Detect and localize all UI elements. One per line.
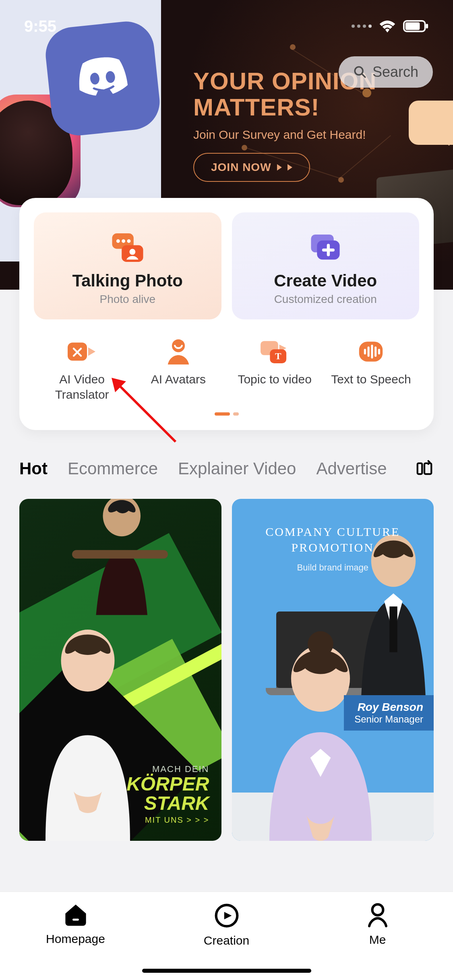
gym-mit: MIT UNS > > >	[126, 815, 209, 825]
nav-label: Homepage	[46, 932, 105, 946]
status-bar: 9:55	[0, 12, 453, 40]
speech-bubble-deco	[409, 101, 453, 145]
gym-text-block: MACH DEIN KÖRPER STARK MIT UNS > > >	[126, 764, 209, 825]
svg-point-10	[129, 249, 135, 255]
nav-creation[interactable]: Creation	[151, 892, 302, 980]
svg-point-7	[122, 239, 125, 243]
nav-me[interactable]: Me	[302, 892, 453, 980]
discord-icon	[66, 49, 140, 108]
join-now-label: JOIN NOW	[211, 161, 271, 174]
search-icon	[353, 65, 367, 79]
wifi-icon	[379, 20, 396, 33]
person-name: Roy Benson	[354, 701, 423, 714]
svg-point-16	[172, 339, 185, 352]
svg-rect-29	[424, 463, 431, 474]
svg-rect-2	[426, 24, 428, 28]
talking-photo-tile[interactable]: Talking Photo Photo alive	[34, 212, 221, 319]
woman-art	[256, 624, 385, 841]
gym-line2: STARK	[126, 794, 209, 813]
svg-rect-37	[72, 919, 79, 921]
creation-icon	[214, 903, 239, 930]
search-input[interactable]: Search	[339, 56, 433, 88]
avatar-icon	[130, 336, 226, 368]
home-icon	[63, 903, 89, 928]
banner-title-l2: MATTERS!	[193, 94, 320, 121]
create-video-title: Create Video	[240, 271, 412, 290]
svg-rect-31	[72, 550, 168, 558]
text-to-speech-tile[interactable]: Text to Speech	[323, 336, 419, 402]
user-icon	[366, 903, 389, 929]
nav-label: Creation	[204, 934, 249, 947]
gym-line1: KÖRPER	[126, 774, 209, 794]
svg-rect-1	[405, 23, 420, 30]
svg-text:T: T	[275, 351, 281, 361]
talking-photo-sub: Photo alive	[42, 293, 213, 306]
layout-toggle-icon[interactable]	[415, 459, 434, 479]
athlete-art	[68, 499, 172, 624]
tile-label: Topic to video	[227, 372, 323, 387]
svg-rect-28	[418, 463, 422, 474]
home-indicator	[142, 969, 311, 973]
join-now-button[interactable]: JOIN NOW	[193, 153, 310, 182]
svg-rect-33	[389, 607, 397, 653]
translate-icon	[34, 336, 130, 368]
bottom-nav: Homepage Creation Me	[0, 891, 453, 980]
quick-actions-card: Talking Photo Photo alive Create Video C…	[19, 198, 434, 430]
corp-title: COMPANY CULTUREPROMOTION	[232, 524, 434, 555]
person-role: Senior Manager	[354, 714, 423, 725]
topic-icon: T	[227, 336, 323, 368]
ai-avatars-tile[interactable]: AI Avatars	[130, 336, 226, 402]
play-icon	[277, 164, 282, 171]
create-video-sub: Customized creation	[240, 293, 412, 306]
search-placeholder: Search	[372, 64, 418, 80]
tile-label: AI Avatars	[130, 372, 226, 387]
template-card-gym[interactable]: MACH DEIN KÖRPER STARK MIT UNS > > >	[19, 499, 221, 841]
create-video-tile[interactable]: Create Video Customized creation	[232, 212, 420, 319]
ai-video-translator-tile[interactable]: AI VideoTranslator	[34, 336, 130, 402]
talking-photo-title: Talking Photo	[42, 271, 213, 290]
talking-photo-icon	[42, 231, 213, 266]
svg-point-39	[372, 904, 383, 915]
tab-explainer[interactable]: Explainer Video	[178, 459, 296, 478]
topic-to-video-tile[interactable]: T Topic to video	[227, 336, 323, 402]
tile-label: Text to Speech	[323, 372, 419, 387]
waveform-icon	[323, 336, 419, 368]
tile-label: AI VideoTranslator	[34, 372, 130, 402]
create-video-icon	[240, 231, 412, 266]
svg-line-4	[362, 74, 365, 77]
category-tabs: Hot Ecommerce Explainer Video Advertise	[19, 459, 434, 479]
name-tag: Roy Benson Senior Manager	[344, 695, 434, 731]
corp-sub: Build brand image	[232, 562, 434, 573]
tab-advertise[interactable]: Advertise	[316, 459, 387, 478]
tab-hot[interactable]: Hot	[19, 459, 48, 478]
templates-grid: MACH DEIN KÖRPER STARK MIT UNS > > > COM…	[19, 499, 434, 841]
nav-label: Me	[369, 933, 386, 947]
template-card-corporate[interactable]: COMPANY CULTUREPROMOTION Build brand ima…	[232, 499, 434, 841]
nav-homepage[interactable]: Homepage	[0, 892, 151, 980]
pagination-dots	[352, 25, 372, 28]
tab-ecommerce[interactable]: Ecommerce	[68, 459, 158, 478]
play-icon	[288, 164, 292, 171]
svg-point-8	[127, 239, 130, 243]
banner-subtitle: Join Our Survey and Get Heard!	[193, 128, 366, 142]
battery-icon	[403, 20, 429, 33]
svg-point-6	[116, 239, 120, 243]
pager-dots	[34, 412, 419, 416]
svg-point-36	[308, 631, 333, 657]
clock: 9:55	[24, 17, 56, 35]
